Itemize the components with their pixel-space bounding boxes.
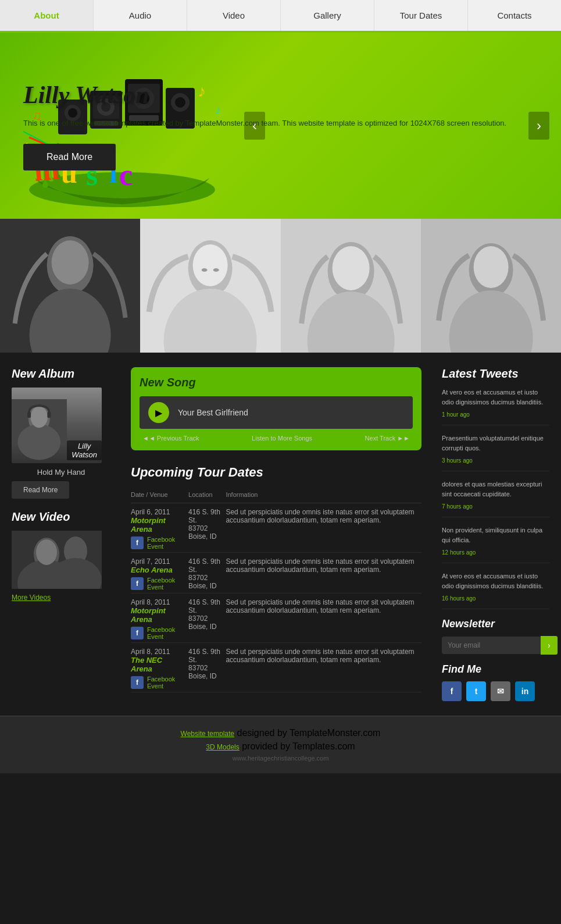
sidebar-left: New Album Lilly Watson Hold My Hand Read…: [12, 367, 119, 701]
hero-title: Lilly Watson: [23, 81, 538, 109]
tour-date-venue-3: April 8, 2011 The NEC Arena f Facebook E…: [131, 643, 188, 692]
main-content: New Album Lilly Watson Hold My Hand Read…: [0, 353, 561, 716]
facebook-event-2[interactable]: f Facebook Event: [131, 626, 184, 640]
twitter-icon[interactable]: t: [466, 681, 486, 701]
facebook-event-3[interactable]: f Facebook Event: [131, 676, 184, 690]
read-more-button[interactable]: Read More: [23, 144, 116, 170]
newsletter-title: Newsletter: [442, 618, 549, 630]
hero-section: m u s i c ♪ ♫ ♪ Lilly Watson This is one…: [0, 33, 561, 219]
more-videos-link[interactable]: More Videos: [12, 594, 110, 602]
find-me-title: Find Me: [442, 663, 549, 676]
col-date-venue: Date / Venue: [131, 489, 188, 503]
prev-track-link[interactable]: ◄◄ Previous Track: [142, 435, 199, 442]
next-track-link[interactable]: Next Track ►►: [365, 435, 410, 442]
facebook-event-0[interactable]: f Facebook Event: [131, 536, 184, 550]
main-nav: About Audio Video Gallery Tour Dates Con…: [0, 0, 561, 33]
3d-models-link[interactable]: 3D Models: [206, 743, 239, 751]
table-row: April 8, 2011 The NEC Arena f Facebook E…: [131, 643, 421, 692]
svg-point-49: [31, 406, 48, 428]
svg-point-37: [213, 268, 219, 272]
facebook-event-1[interactable]: f Facebook Event: [131, 577, 184, 591]
fb-icon-3: f: [131, 676, 144, 689]
sidebar-right: Latest Tweets At vero eos et accusamus e…: [433, 367, 549, 701]
photo-panel-3: [281, 219, 421, 353]
fb-icon-1: f: [131, 577, 144, 590]
svg-point-41: [332, 246, 369, 290]
hero-content: Lilly Watson This is one of free website…: [0, 69, 561, 183]
song-play-button[interactable]: ▶: [148, 402, 169, 423]
latest-tweets-title: Latest Tweets: [442, 367, 549, 381]
tweet-text-4: At vero eos et accusamus et iusto odio d…: [442, 571, 549, 591]
svg-point-48: [17, 424, 60, 460]
tour-dates-title: Upcoming Tour Dates: [131, 465, 421, 480]
footer-text-1: designed by TemplateMonster.com: [234, 728, 380, 738]
col-info: Information: [226, 489, 421, 503]
footer: Website template designed by TemplateMon…: [0, 716, 561, 773]
tweet-item: Praesentium voluptatumdel enitique corru…: [442, 433, 549, 471]
nav-about[interactable]: About: [0, 0, 94, 31]
tour-info-1: Sed ut perspiciatis unde omnis iste natu…: [226, 553, 421, 594]
tweet-text-3: Non provident, similiqusunt in culpa qui…: [442, 525, 549, 545]
nav-tour-dates[interactable]: Tour Dates: [374, 0, 468, 31]
tour-venue-1: Echo Arena: [131, 566, 184, 574]
tweet-time-3: 12 hours ago: [442, 549, 476, 556]
tweet-item: Non provident, similiqusunt in culpa qui…: [442, 525, 549, 563]
nav-video[interactable]: Video: [187, 0, 281, 31]
svg-point-45: [473, 246, 508, 288]
tour-table: Date / Venue Location Information April …: [131, 489, 421, 692]
newsletter-form: ›: [442, 636, 549, 655]
fb-icon-0: f: [131, 536, 144, 549]
new-album-title: New Album: [12, 367, 110, 381]
tour-venue-0: Motorpint Arena: [131, 516, 184, 534]
nav-audio[interactable]: Audio: [94, 0, 187, 31]
tweet-time-2: 7 hours ago: [442, 503, 473, 510]
video-thumbnail[interactable]: ▶: [12, 531, 102, 589]
tweet-item: dolores et quas molestias excepturi sint…: [442, 479, 549, 517]
photo-strip: [0, 219, 561, 353]
newsletter-submit-button[interactable]: ›: [541, 636, 558, 655]
fb-icon-2: f: [131, 627, 144, 639]
tweet-item: At vero eos et accusamus et iusto odio d…: [442, 571, 549, 609]
album-read-more-button[interactable]: Read More: [12, 481, 69, 499]
tweet-text-1: Praesentium voluptatumdel enitique corru…: [442, 433, 549, 453]
album-artist-name: Lilly Watson: [67, 440, 102, 460]
fb-label-3: Facebook Event: [147, 676, 184, 690]
tweet-time-0: 1 hour ago: [442, 411, 470, 418]
website-template-link[interactable]: Website template: [181, 730, 235, 738]
song-name: Your Best Girlfriend: [178, 408, 404, 417]
footer-site-url: www.heritagechristiancollege.com: [12, 755, 549, 762]
col-location: Location: [188, 489, 226, 503]
svg-point-31: [52, 240, 89, 285]
svg-rect-51: [47, 412, 51, 418]
listen-more-link[interactable]: Listen to More Songs: [252, 435, 312, 442]
footer-links: Website template designed by TemplateMon…: [12, 728, 549, 738]
center-content: New Song ▶ Your Best Girlfriend ◄◄ Previ…: [119, 367, 433, 701]
nav-gallery[interactable]: Gallery: [281, 0, 374, 31]
newsletter-email-input[interactable]: [442, 637, 541, 654]
svg-point-55: [36, 539, 57, 565]
svg-point-36: [202, 268, 208, 272]
nav-contacts[interactable]: Contacts: [468, 0, 561, 31]
facebook-icon[interactable]: f: [442, 681, 462, 701]
tour-date-venue-1: April 7, 2011 Echo Arena f Facebook Even…: [131, 553, 188, 594]
song-controls: ◄◄ Previous Track Listen to More Songs N…: [140, 435, 413, 442]
tour-date-3: April 8, 2011: [131, 648, 170, 656]
message-icon[interactable]: ✉: [491, 681, 510, 701]
song-player: ▶ Your Best Girlfriend: [140, 396, 413, 429]
footer-links-2: 3D Models provided by Templates.com: [12, 741, 549, 752]
album-cover: Lilly Watson: [12, 388, 102, 463]
fb-label-0: Facebook Event: [147, 536, 184, 550]
footer-link-2-wrapper: 3D Models provided by Templates.com: [206, 741, 355, 752]
table-row: April 8, 2011 Motorpint Arena f Facebook…: [131, 594, 421, 643]
hero-description: This is one of free website templates cr…: [23, 118, 538, 130]
tweet-text-2: dolores et quas molestias excepturi sint…: [442, 479, 549, 499]
tour-location-3: 416 S. 9th St.83702Boise, ID: [188, 643, 226, 692]
table-row: April 6, 2011 Motorpint Arena f Facebook…: [131, 503, 421, 553]
table-row: April 7, 2011 Echo Arena f Facebook Even…: [131, 553, 421, 594]
tour-date-2: April 8, 2011: [131, 598, 170, 606]
tour-info-3: Sed ut perspiciatis unde omnis iste natu…: [226, 643, 421, 692]
new-song-section: New Song ▶ Your Best Girlfriend ◄◄ Previ…: [131, 367, 421, 450]
photo-panel-4: [421, 219, 561, 353]
fb-label-2: Facebook Event: [147, 626, 184, 640]
linkedin-icon[interactable]: in: [515, 681, 535, 701]
